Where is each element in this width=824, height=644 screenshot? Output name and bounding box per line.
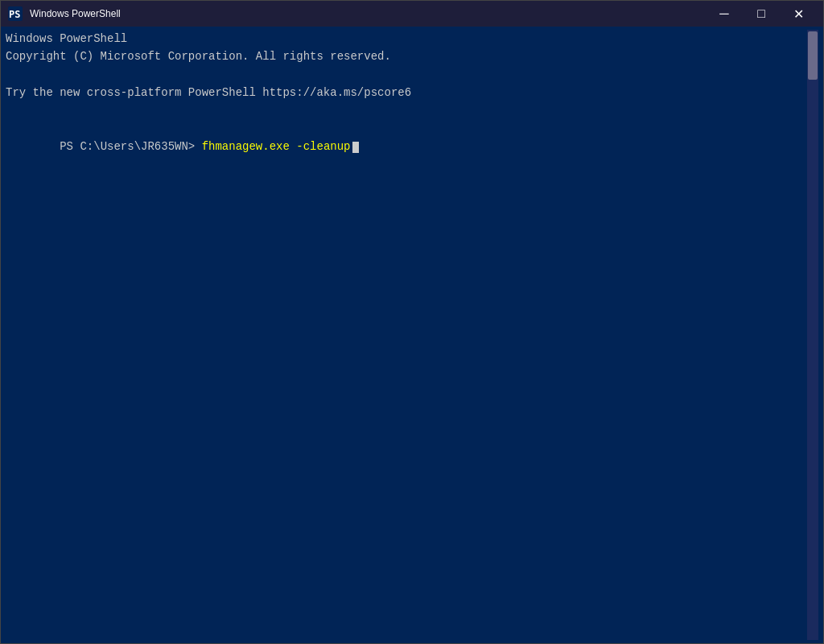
terminal-line-4: Try the new cross-platform PowerShell ht…: [6, 84, 807, 101]
minimize-button[interactable]: ─: [706, 1, 743, 27]
terminal-command-arg: -cleanup: [290, 140, 351, 153]
scrollbar[interactable]: [807, 30, 818, 640]
terminal-command-line: PS C:\Users\JR635WN> fhmanagew.exe -clea…: [6, 120, 807, 174]
terminal-body[interactable]: Windows PowerShell Copyright (C) Microso…: [1, 27, 823, 643]
powershell-window: PS Windows PowerShell ─ □ ✕ Windows Powe…: [0, 0, 824, 644]
maximize-button[interactable]: □: [743, 1, 780, 27]
terminal-cursor: [352, 142, 359, 153]
terminal-line-3: [6, 66, 807, 84]
window-controls: ─ □ ✕: [706, 1, 817, 27]
close-button[interactable]: ✕: [780, 1, 817, 27]
scrollbar-thumb[interactable]: [808, 31, 818, 80]
title-bar: PS Windows PowerShell ─ □ ✕: [1, 1, 823, 27]
terminal-content: Windows PowerShell Copyright (C) Microso…: [6, 30, 807, 640]
terminal-line-5: [6, 102, 807, 120]
terminal-command-name: fhmanagew.exe: [202, 140, 290, 153]
terminal-line-1: Windows PowerShell: [6, 30, 807, 47]
terminal-prompt: PS C:\Users\JR635WN>: [60, 140, 201, 153]
svg-text:PS: PS: [9, 9, 20, 20]
terminal-line-2: Copyright (C) Microsoft Corporation. All…: [6, 47, 807, 65]
window-title: Windows PowerShell: [30, 8, 706, 19]
powershell-icon: PS: [7, 6, 23, 22]
